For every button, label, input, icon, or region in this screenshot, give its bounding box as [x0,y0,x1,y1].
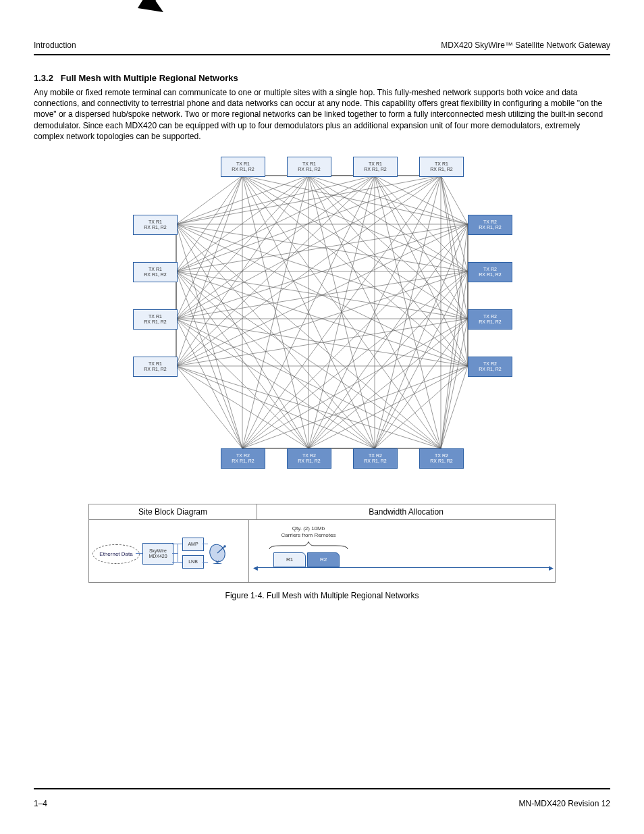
node-line2: RX R1, R2 [298,167,320,172]
page-footer: 1–4 MN-MDX420 Revision 12 [34,799,610,808]
svg-line-44 [176,176,441,319]
svg-line-104 [441,271,468,448]
svg-line-12 [242,176,308,448]
svg-line-70 [176,271,468,366]
node-line2: RX R1, R2 [232,167,254,172]
node-line2: RX R1, R2 [479,272,501,278]
node-line2: RX R1, R2 [144,367,166,372]
node-line1: TX R1 [369,161,382,167]
svg-line-101 [242,271,468,448]
section-number: 1.3.2 [34,73,53,83]
svg-line-27 [308,176,375,448]
svg-line-110 [242,366,468,448]
svg-line-67 [176,224,468,271]
svg-line-37 [375,176,468,366]
svg-line-34 [375,176,468,224]
node-line2: RX R1, R2 [298,459,320,464]
carrier-r2-block: R2 [307,552,340,567]
svg-line-64 [176,224,441,448]
svg-line-25 [242,176,308,448]
svg-line-48 [441,176,468,319]
node-line1: TX R1 [149,219,162,225]
node-line1: TX R1 [149,314,162,319]
svg-line-108 [375,319,468,448]
svg-line-4 [176,176,242,271]
svg-line-61 [176,224,242,448]
svg-line-14 [242,176,441,448]
svg-line-73 [176,271,375,448]
mesh-node: TX R1RX R1, R2 [133,309,178,330]
svg-line-36 [375,176,468,319]
svg-line-107 [308,319,468,448]
mesh-node: TX R2RX R1, R2 [419,448,464,469]
svg-line-81 [176,319,308,448]
svg-line-33 [176,176,375,366]
mesh-node: TX R2RX R1, R2 [468,262,512,282]
bandwidth-allocation-cell: Qty. (2) 10MbCarriers from Remotes R1 R2… [249,520,555,582]
svg-line-89 [176,366,308,448]
node-line2: RX R1, R2 [144,225,166,230]
bw-label-line1: Qty. (2) 10Mb [292,525,325,531]
svg-line-10 [242,176,468,366]
svg-line-24 [308,176,468,366]
mesh-node: TX R1RX R1, R2 [419,157,464,177]
page-header: Introduction MDX420 SkyWire™ Satellite N… [34,41,610,54]
svg-line-45 [176,176,441,366]
svg-line-49 [441,176,468,366]
footer-doc-id: MN-MDX420 Revision 12 [519,799,610,808]
svg-line-88 [176,366,242,448]
spectrum-arrow-right-icon: ▶ [549,565,554,571]
connector-line [203,562,208,563]
svg-line-13 [242,176,375,448]
ethernet-data-cloud: Ethernet Data [92,544,140,564]
node-line2: RX R1, R2 [430,167,452,172]
connector-line [136,553,142,554]
satellite-dish-icon [208,542,230,564]
svg-line-51 [308,176,441,448]
skywire-line2: MDX420 [149,554,167,558]
node-line2: RX R1, R2 [364,167,386,172]
bandwidth-label: Qty. (2) 10MbCarriers from Remotes [268,525,349,539]
node-line1: TX R2 [483,219,497,225]
skywire-mdx420-block: SkyWireMDX420 [142,543,173,565]
page: Introduction MDX420 SkyWire™ Satellite N… [0,0,644,834]
col-header-site-block: Site Block Diagram [89,504,257,519]
svg-line-69 [176,271,468,319]
node-line2: RX R1, R2 [364,459,386,464]
svg-line-103 [375,271,468,448]
svg-line-19 [176,176,308,319]
node-line2: RX R1, R2 [479,225,501,230]
mesh-node: TX R2RX R1, R2 [221,448,265,469]
node-line2: RX R1, R2 [232,459,254,464]
svg-line-80 [176,319,242,448]
amp-block: AMP [182,538,204,551]
svg-line-102 [308,271,468,448]
svg-line-5 [176,176,242,319]
mesh-node: TX R2RX R1, R2 [468,309,512,330]
svg-line-38 [242,176,375,448]
node-line1: TX R1 [435,161,448,167]
svg-line-91 [176,366,441,448]
svg-line-30 [176,176,375,224]
node-line1: TX R2 [236,453,250,459]
svg-line-35 [375,176,468,271]
node-line1: TX R2 [369,453,382,459]
connector-line [203,544,208,544]
svg-line-47 [441,176,468,271]
section-heading: 1.3.2 Full Mesh with Multiple Regional N… [34,73,610,83]
svg-line-90 [176,366,375,448]
footer-page-number: 1–4 [34,799,47,808]
svg-line-71 [176,271,242,448]
svg-line-113 [441,366,468,448]
svg-point-122 [213,563,222,564]
svg-line-60 [176,224,468,366]
svg-line-83 [176,319,441,448]
lnb-block: LNB [182,555,204,569]
svg-line-17 [176,176,308,224]
svg-line-84 [176,224,468,366]
figure-caption: Figure 1-4. Full Mesh with Multiple Regi… [34,591,610,600]
header-rule [34,54,610,55]
svg-line-96 [308,224,468,448]
mesh-node: TX R1RX R1, R2 [221,157,265,177]
header-right: MDX420 SkyWire™ Satellite Network Gatewa… [441,41,610,50]
